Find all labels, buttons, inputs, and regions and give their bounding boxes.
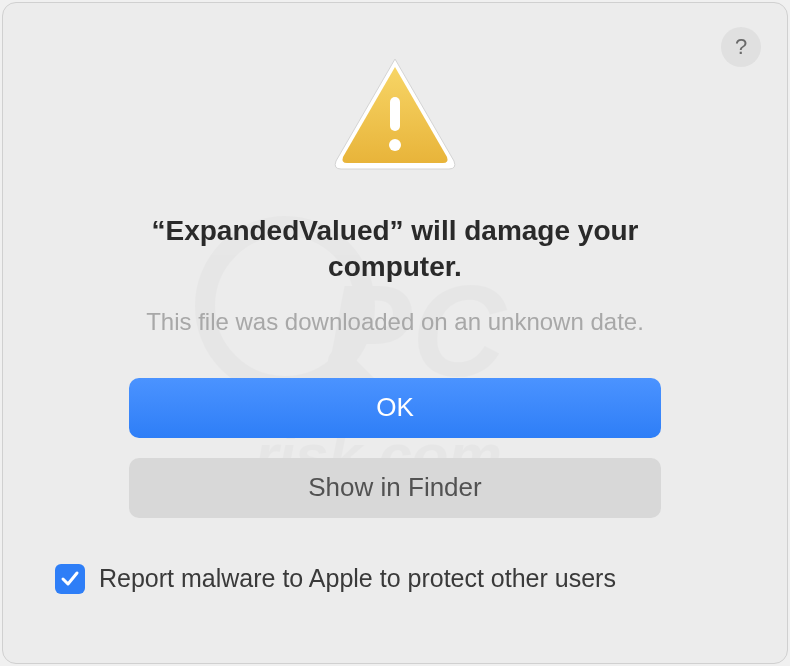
dialog-subtitle: This file was downloaded on an unknown d… xyxy=(146,308,644,336)
alert-dialog: PC risk.com ? “ExpandedValued” will dama… xyxy=(2,2,788,664)
svg-rect-4 xyxy=(390,97,400,131)
report-checkbox[interactable] xyxy=(55,564,85,594)
ok-button[interactable]: OK xyxy=(129,378,661,438)
report-checkbox-label: Report malware to Apple to protect other… xyxy=(99,564,616,593)
warning-icon xyxy=(330,53,460,177)
show-in-finder-button[interactable]: Show in Finder xyxy=(129,458,661,518)
button-group: OK Show in Finder xyxy=(53,378,737,518)
checkmark-icon xyxy=(60,569,80,589)
help-icon: ? xyxy=(735,34,747,60)
report-checkbox-row: Report malware to Apple to protect other… xyxy=(53,564,616,594)
svg-point-5 xyxy=(389,139,401,151)
dialog-title: “ExpandedValued” will damage your comput… xyxy=(53,213,737,286)
help-button[interactable]: ? xyxy=(721,27,761,67)
